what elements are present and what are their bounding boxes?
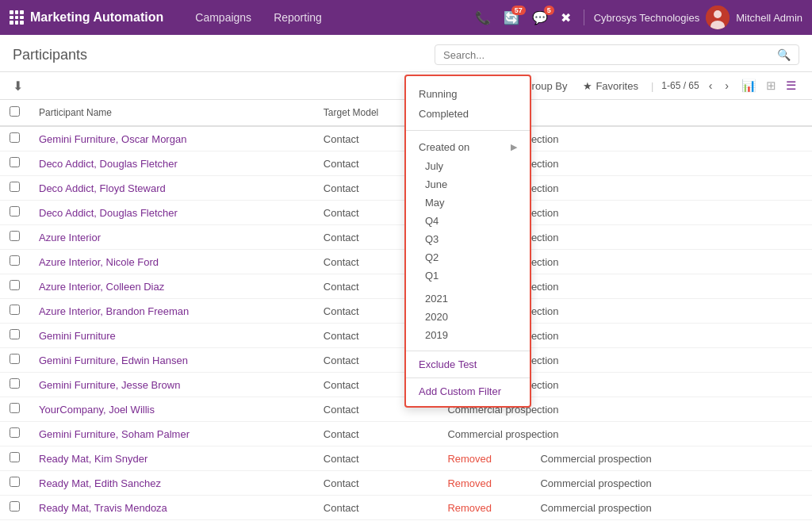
row-checkbox-cell: [0, 151, 29, 176]
participant-link[interactable]: Gemini Furniture, Edwin Hansen: [39, 354, 188, 366]
row-checkbox[interactable]: [10, 182, 20, 192]
participant-name-cell: Gemini Furniture, Jesse Brown: [29, 373, 314, 397]
participant-link[interactable]: Gemini Furniture, Jesse Brown: [39, 379, 180, 391]
target-model-cell: Contact: [314, 422, 439, 446]
row-checkbox-cell: [0, 446, 29, 471]
row-checkbox-cell: [0, 422, 29, 446]
filter-createdon-label: Created on: [419, 141, 469, 153]
row-checkbox-cell: [0, 201, 29, 225]
participant-link[interactable]: Ready Mat, Edith Sanchez: [39, 477, 161, 489]
filter-exclude-test[interactable]: Exclude Test: [406, 354, 530, 374]
row-checkbox[interactable]: [10, 329, 20, 339]
select-all-checkbox[interactable]: [10, 106, 20, 117]
filter-2019[interactable]: 2019: [406, 326, 530, 344]
row-checkbox-cell: [0, 176, 29, 201]
avatar[interactable]: [706, 6, 730, 29]
status-removed: Removed: [447, 453, 492, 465]
row-checkbox[interactable]: [10, 477, 20, 487]
participant-name-cell: Deco Addict, Floyd Steward: [29, 176, 314, 201]
table-row: Ready Mat, Kim SnyderContactRemoved Comm…: [0, 446, 812, 471]
filter-q1[interactable]: Q1: [406, 266, 530, 285]
chat-badge: 5: [544, 6, 554, 15]
bar-chart-view-icon[interactable]: 📊: [738, 77, 760, 94]
participant-name-cell: Gemini Furniture, Edwin Hansen: [29, 348, 314, 373]
row-checkbox[interactable]: [10, 403, 20, 413]
download-icon[interactable]: ⬇: [13, 79, 23, 94]
target-model-cell: Contact: [314, 446, 439, 471]
participant-link[interactable]: YourCompany, Joel Willis: [39, 404, 155, 416]
next-page-arrow[interactable]: ›: [722, 78, 732, 94]
filter-2021[interactable]: 2021: [406, 289, 530, 308]
search-input[interactable]: [443, 49, 777, 61]
participant-name-cell: Azure Interior: [29, 225, 314, 250]
campaign-cell: Removed Commercial prospection: [438, 446, 812, 471]
nav-campaigns[interactable]: Campaigns: [186, 6, 261, 29]
page-title: Participants: [13, 47, 87, 63]
filter-add-custom[interactable]: Add Custom Filter: [406, 381, 530, 401]
participant-link[interactable]: Deco Addict, Douglas Fletcher: [39, 207, 178, 219]
filter-q3[interactable]: Q3: [406, 230, 530, 248]
filter-q2[interactable]: Q2: [406, 248, 530, 266]
row-checkbox[interactable]: [10, 305, 20, 315]
filter-2020[interactable]: 2020: [406, 308, 530, 326]
row-checkbox-cell: [0, 373, 29, 397]
row-checkbox[interactable]: [10, 280, 20, 290]
participant-link[interactable]: Ready Mat, Kim Snyder: [39, 453, 147, 465]
participant-name-header: Participant Name: [29, 100, 314, 126]
participant-name-cell: YourCompany, Joel Willis: [29, 397, 314, 422]
chevron-right-icon: ▶: [511, 142, 517, 152]
settings-icon[interactable]: ✖: [557, 7, 574, 29]
participant-link[interactable]: Gemini Furniture: [39, 330, 116, 342]
filter-completed[interactable]: Completed: [406, 104, 530, 124]
row-checkbox[interactable]: [10, 255, 20, 266]
participant-link[interactable]: Azure Interior, Colleen Diaz: [39, 281, 164, 293]
grid-view-icon[interactable]: ⊞: [763, 77, 779, 94]
row-checkbox[interactable]: [10, 231, 20, 241]
participant-link[interactable]: Deco Addict, Floyd Steward: [39, 182, 166, 194]
select-all-header[interactable]: [0, 100, 29, 126]
row-checkbox-cell: [0, 250, 29, 274]
row-checkbox[interactable]: [10, 452, 20, 462]
favorites-button[interactable]: ★ Favorites: [578, 79, 642, 94]
prev-page-arrow[interactable]: ‹: [706, 78, 716, 94]
participant-link[interactable]: Azure Interior: [39, 232, 101, 243]
table-row: Ready Mat, Edith SanchezContactRemoved C…: [0, 471, 812, 496]
row-checkbox[interactable]: [10, 378, 20, 389]
chat-icon[interactable]: 💬 5: [529, 7, 551, 29]
list-view-icon[interactable]: ☰: [783, 77, 799, 94]
participant-name-cell: Deco Addict, Douglas Fletcher: [29, 151, 314, 176]
search-icon[interactable]: 🔍: [777, 48, 791, 61]
participant-link[interactable]: Azure Interior, Brandon Freeman: [39, 305, 189, 317]
row-checkbox[interactable]: [10, 157, 20, 167]
row-checkbox[interactable]: [10, 501, 20, 512]
row-checkbox[interactable]: [10, 354, 20, 364]
participant-link[interactable]: Gemini Furniture, Oscar Morgan: [39, 133, 186, 145]
row-checkbox-cell: [0, 496, 29, 520]
filter-july[interactable]: July: [406, 157, 530, 175]
page-info: 1-65 / 65: [661, 80, 699, 91]
messages-icon[interactable]: 🔄 57: [500, 7, 523, 29]
app-brand[interactable]: Marketing Automation: [10, 10, 163, 25]
row-checkbox[interactable]: [10, 427, 20, 438]
row-checkbox-cell: [0, 274, 29, 299]
filter-createdon[interactable]: Created on ▶: [406, 137, 530, 157]
filter-q4[interactable]: Q4: [406, 212, 530, 230]
row-checkbox[interactable]: [10, 206, 20, 217]
participant-link[interactable]: Azure Interior, Nicole Ford: [39, 256, 159, 268]
row-checkbox-cell: [0, 471, 29, 496]
filter-june[interactable]: June: [406, 175, 530, 194]
participant-name-cell: Deco Addict, Douglas Fletcher: [29, 201, 314, 225]
phone-icon[interactable]: 📞: [472, 7, 494, 29]
toolbar-left: ⬇: [13, 79, 446, 94]
participant-link[interactable]: Deco Addict, Douglas Fletcher: [39, 158, 178, 170]
row-checkbox[interactable]: [10, 132, 20, 143]
nav-reporting[interactable]: Reporting: [264, 6, 331, 29]
grid-icon: [10, 10, 24, 25]
filter-sep-2: [406, 351, 530, 351]
participant-link[interactable]: Ready Mat, Travis Mendoza: [39, 502, 167, 514]
filter-may[interactable]: May: [406, 194, 530, 212]
target-model-cell: Contact: [314, 496, 439, 520]
participant-link[interactable]: Gemini Furniture, Soham Palmer: [39, 428, 190, 440]
filter-running[interactable]: Running: [406, 84, 530, 104]
table-row: Gemini Furniture, Soham PalmerContactCom…: [0, 422, 812, 446]
